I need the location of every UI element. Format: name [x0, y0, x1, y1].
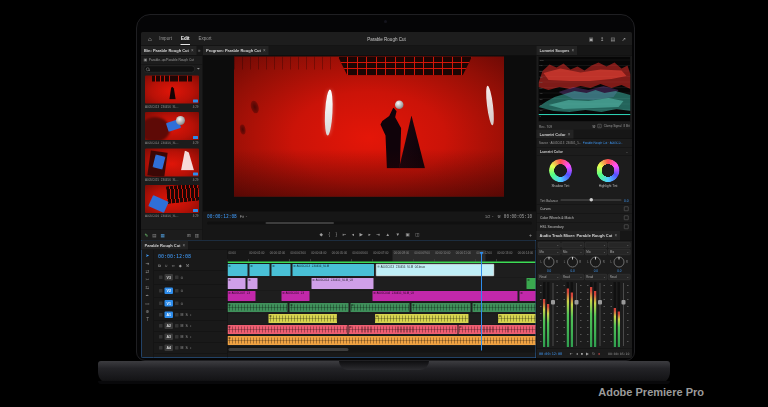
- track-header-v1[interactable]: V1⊙: [154, 298, 227, 310]
- track-target-v2[interactable]: V2: [165, 288, 174, 295]
- source-clip-label[interactable]: Source · A005C013_230301_5...: [539, 142, 581, 145]
- automation-mode-select[interactable]: Read⌄: [585, 274, 607, 280]
- timeline-clip[interactable]: [498, 314, 536, 323]
- track-target-a3[interactable]: A3: [165, 334, 174, 341]
- track-header-v2[interactable]: V2⊙: [154, 285, 227, 298]
- home-icon[interactable]: ⌂: [148, 35, 152, 42]
- bit-depth-label[interactable]: 8 Bit: [623, 125, 629, 128]
- timeline-clip[interactable]: [459, 325, 536, 334]
- timeline-clip[interactable]: A005C013_230456_SLM_04.braw: [376, 264, 494, 276]
- type-tool[interactable]: T: [146, 317, 149, 322]
- timeline-clip[interactable]: [228, 303, 288, 312]
- automation-mode-select[interactable]: Read⌄: [608, 274, 630, 280]
- new-bin-icon[interactable]: ⊞: [187, 233, 191, 238]
- mute-track-icon[interactable]: M: [181, 324, 184, 328]
- tab-timeline-sequence[interactable]: Parable Rough Cut ×: [142, 241, 189, 250]
- color-wheel[interactable]: [549, 159, 572, 182]
- linked-selection-icon[interactable]: ∞: [172, 263, 175, 268]
- sync-lock-icon[interactable]: [175, 324, 179, 328]
- timeline-clip[interactable]: [272, 264, 291, 276]
- track-lane-a3[interactable]: [228, 325, 536, 336]
- playback-resolution-dropdown[interactable]: 1/2⌄: [485, 214, 494, 219]
- lock-icon[interactable]: [159, 302, 163, 306]
- toggle-track-visibility-icon[interactable]: ⊙: [181, 301, 184, 305]
- pan-value[interactable]: 0.0: [585, 269, 607, 273]
- lock-icon[interactable]: [159, 335, 163, 339]
- track-header-a4[interactable]: A4MS♪: [154, 343, 227, 354]
- pen-tool[interactable]: ✒: [146, 293, 150, 298]
- track-output-select[interactable]: ⌄: [561, 242, 583, 248]
- track-lane-v3[interactable]: A005C013_230456_SLMA005C013_230456_SLM_0…: [228, 264, 536, 278]
- timeline-clip[interactable]: A005C014_230455_SLM_03: [312, 278, 374, 289]
- topbar-tab-edit[interactable]: Edit: [180, 33, 190, 45]
- razor-tool[interactable]: ✂: [146, 277, 150, 282]
- bin-item[interactable]: A005C013_230456_SL...4:29: [145, 76, 199, 110]
- close-icon[interactable]: ×: [572, 48, 575, 53]
- sync-lock-icon[interactable]: [175, 346, 179, 350]
- timeline-clip[interactable]: [248, 278, 258, 289]
- lock-icon[interactable]: [159, 324, 163, 328]
- add-marker-icon[interactable]: ◆: [320, 232, 323, 237]
- track-target-v1[interactable]: V1: [165, 300, 174, 307]
- topbar-tab-export[interactable]: Export: [198, 33, 212, 45]
- bin-item[interactable]: A005C015_230456_SL...4:29: [145, 149, 199, 183]
- sync-lock-icon[interactable]: [175, 313, 179, 317]
- voiceover-record-icon[interactable]: ♪: [190, 346, 192, 350]
- scrollbar-thumb[interactable]: [229, 348, 349, 351]
- marker-icon[interactable]: ◆: [179, 263, 182, 268]
- pan-value[interactable]: 0.0: [608, 269, 630, 273]
- close-icon[interactable]: ×: [568, 132, 571, 137]
- hand-tool[interactable]: ⊕: [146, 309, 150, 314]
- timeline-clip[interactable]: [412, 303, 471, 312]
- rectangle-tool[interactable]: ▭: [145, 301, 149, 306]
- colorspace-label[interactable]: Rec. 709: [539, 124, 552, 128]
- panel-overflow-icon[interactable]: »: [198, 48, 201, 53]
- mute-track-icon[interactable]: M: [181, 335, 184, 339]
- track-target-a1[interactable]: A1: [165, 312, 174, 319]
- tab-program[interactable]: Program: Parable Rough Cut ×: [203, 46, 269, 55]
- step-back-icon[interactable]: ◂: [352, 232, 354, 237]
- program-timecode[interactable]: 00:00:12:08: [207, 214, 237, 219]
- timeline-clip[interactable]: [228, 336, 536, 345]
- section-toggle[interactable]: [624, 225, 629, 230]
- go-to-in-icon[interactable]: ⇤: [570, 351, 573, 356]
- fit-dropdown[interactable]: Fit⌄: [240, 214, 248, 219]
- breadcrumb[interactable]: ▣ Parable..up/Parable Rough Cut: [141, 56, 203, 65]
- lumetri-section-curves[interactable]: Curves: [537, 204, 633, 213]
- panel-layout-icon[interactable]: ▤: [611, 36, 616, 42]
- track-header-a1[interactable]: A1MS♪: [154, 310, 227, 321]
- sync-lock-icon[interactable]: [175, 276, 179, 280]
- topbar-tab-import[interactable]: Import: [159, 33, 173, 45]
- quick-export-icon[interactable]: ↥: [600, 36, 604, 42]
- go-to-out-icon[interactable]: ⇥: [376, 232, 380, 237]
- search-input[interactable]: [144, 66, 195, 73]
- fader-handle[interactable]: [621, 300, 625, 305]
- mix-select[interactable]: Mix⌄: [538, 249, 560, 255]
- play-icon[interactable]: ▶: [360, 232, 363, 237]
- timeline-clip[interactable]: A005C007_23: [228, 291, 256, 301]
- lock-icon[interactable]: [159, 276, 163, 280]
- timeline-clip[interactable]: [375, 314, 469, 323]
- tab-bin[interactable]: Bin: Parable Rough Cut ×: [141, 46, 197, 55]
- step-back-icon[interactable]: ◂: [576, 351, 578, 356]
- automation-mode-select[interactable]: Read⌄: [561, 274, 583, 280]
- track-header-a2[interactable]: A2MS♪: [154, 321, 227, 332]
- lift-icon[interactable]: ▲: [386, 232, 390, 237]
- timeline-clip[interactable]: [349, 325, 458, 334]
- timeline-clip[interactable]: [250, 264, 270, 276]
- target-sequence-label[interactable]: Parable Rough Cut · A005C0...: [583, 142, 623, 145]
- lumetri-section-color-wheels-match[interactable]: Color Wheels & Match: [537, 213, 633, 222]
- track-target-a4[interactable]: A4: [165, 345, 174, 352]
- playhead[interactable]: [481, 252, 482, 351]
- track-lane-v1[interactable]: A005C007_23A005C010_23A005C004_230455_SL…: [228, 291, 536, 303]
- toggle-track-visibility-icon[interactable]: ⊙: [181, 275, 184, 279]
- close-icon[interactable]: ×: [263, 48, 266, 53]
- lumetri-section-hsl-secondary[interactable]: HSL Secondary: [537, 222, 633, 231]
- toggle-track-visibility-icon[interactable]: ⊙: [181, 289, 184, 293]
- fader-handle[interactable]: [575, 300, 579, 305]
- clip-thumbnail[interactable]: [145, 76, 199, 104]
- track-lane-a2[interactable]: [228, 314, 536, 325]
- timeline-clip[interactable]: A005C004_230455_SLM_03: [373, 291, 518, 301]
- track-target-v3[interactable]: V3: [165, 274, 174, 281]
- track-header-v3[interactable]: V3⊙: [154, 271, 227, 285]
